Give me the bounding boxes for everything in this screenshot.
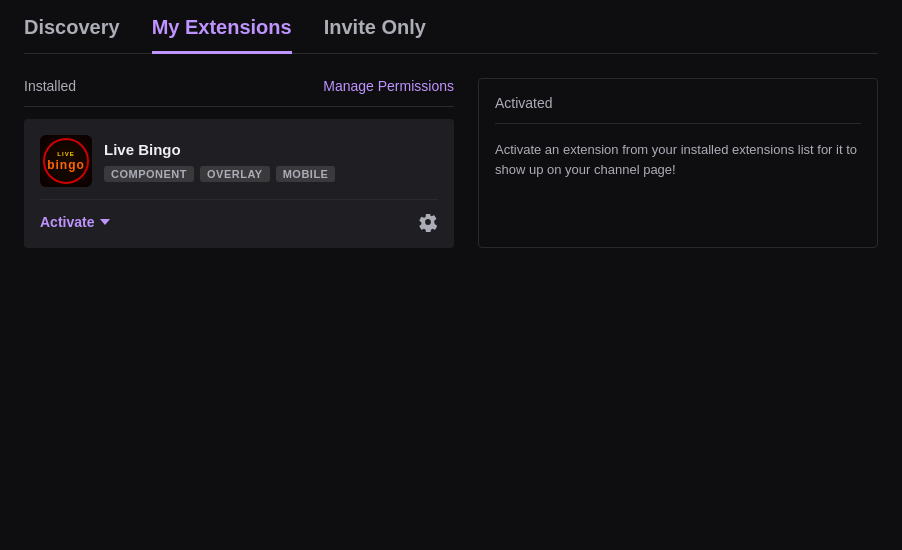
extension-tags: COMPONENT OVERLAY MOBILE <box>104 166 438 182</box>
tab-my-extensions[interactable]: My Extensions <box>152 16 292 54</box>
activated-header: Activated <box>495 95 861 124</box>
extension-name: Live Bingo <box>104 141 438 158</box>
activated-description: Activate an extension from your installe… <box>495 140 861 179</box>
bingo-ring <box>43 138 89 184</box>
activate-button[interactable]: Activate <box>40 214 110 230</box>
main-layout: Installed Manage Permissions LIVE bingo <box>24 78 878 248</box>
tag-overlay: OVERLAY <box>200 166 270 182</box>
bingo-logo-art: LIVE bingo <box>40 135 92 187</box>
installed-divider <box>24 106 454 107</box>
page-container: Discovery My Extensions Invite Only Inst… <box>0 0 902 248</box>
installed-header: Installed Manage Permissions <box>24 78 454 94</box>
extension-card: LIVE bingo Live Bingo COMPONENT OVERLAY … <box>24 119 454 248</box>
gear-icon <box>418 212 438 232</box>
installed-label: Installed <box>24 78 76 94</box>
extension-info: LIVE bingo Live Bingo COMPONENT OVERLAY … <box>40 135 438 187</box>
tab-discovery[interactable]: Discovery <box>24 16 120 54</box>
tag-mobile: MOBILE <box>276 166 336 182</box>
installed-panel: Installed Manage Permissions LIVE bingo <box>24 78 454 248</box>
top-nav: Discovery My Extensions Invite Only <box>24 0 878 54</box>
extension-logo: LIVE bingo <box>40 135 92 187</box>
tab-invite-only[interactable]: Invite Only <box>324 16 426 54</box>
settings-button[interactable] <box>418 212 438 232</box>
tag-component: COMPONENT <box>104 166 194 182</box>
chevron-down-icon <box>100 219 110 225</box>
activated-panel: Activated Activate an extension from you… <box>478 78 878 248</box>
manage-permissions-link[interactable]: Manage Permissions <box>323 78 454 94</box>
extension-name-section: Live Bingo COMPONENT OVERLAY MOBILE <box>104 141 438 182</box>
extension-card-footer: Activate <box>40 199 438 232</box>
activate-label: Activate <box>40 214 94 230</box>
